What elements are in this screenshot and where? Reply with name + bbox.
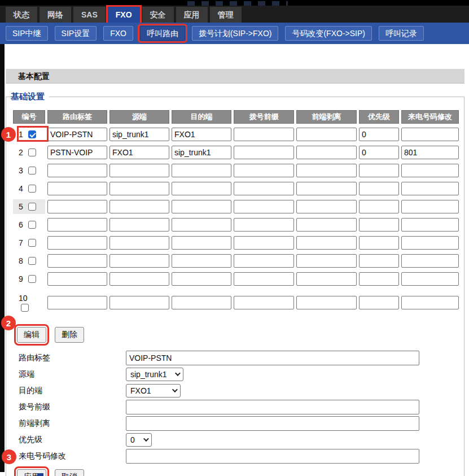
cell-input[interactable]	[296, 182, 357, 195]
source-select[interactable]: sip_trunk1	[126, 368, 183, 381]
cell-input[interactable]	[47, 146, 107, 159]
strip-front-field[interactable]	[126, 416, 419, 431]
tab-fxo[interactable]: FXO	[108, 7, 140, 23]
subtab-dial-plan[interactable]: 拨号计划(SIP->FXO)	[192, 26, 279, 41]
cell-input[interactable]	[109, 146, 169, 159]
cell-input[interactable]	[359, 272, 399, 286]
destination-select[interactable]: FXO1	[126, 384, 181, 398]
cell-input[interactable]	[296, 146, 357, 159]
tab-network[interactable]: 网络	[40, 7, 71, 23]
row-checkbox[interactable]	[28, 167, 36, 174]
cell-input[interactable]	[47, 128, 107, 141]
row-checkbox[interactable]	[28, 257, 36, 265]
cell-input[interactable]	[359, 296, 399, 309]
cell-input[interactable]	[296, 200, 357, 213]
subtab-call-records[interactable]: 呼叫记录	[379, 26, 424, 41]
cell-input[interactable]	[234, 182, 294, 195]
cell-input[interactable]	[109, 128, 169, 141]
cell-input[interactable]	[401, 128, 459, 141]
tab-status[interactable]: 状态	[6, 7, 37, 23]
row-checkbox[interactable]	[28, 221, 36, 229]
cell-input[interactable]	[359, 182, 399, 195]
cell-input[interactable]	[47, 236, 107, 250]
cell-input[interactable]	[172, 296, 231, 309]
subtab-call-routing[interactable]: 呼叫路由	[140, 26, 185, 41]
cell-input[interactable]	[401, 182, 459, 195]
cell-input[interactable]	[172, 272, 231, 286]
cell-input[interactable]	[234, 236, 294, 250]
cell-input[interactable]	[47, 272, 107, 286]
cell-input[interactable]	[109, 272, 169, 286]
cell-input[interactable]	[359, 218, 399, 232]
row-checkbox[interactable]	[28, 149, 36, 156]
cell-input[interactable]	[296, 128, 357, 141]
cell-input[interactable]	[109, 218, 169, 232]
row-checkbox[interactable]	[21, 304, 29, 312]
cell-input[interactable]	[172, 254, 231, 268]
cell-input[interactable]	[234, 146, 294, 159]
cell-input[interactable]	[234, 200, 294, 213]
cell-input[interactable]	[109, 182, 169, 195]
cell-input[interactable]	[47, 296, 107, 309]
cell-input[interactable]	[296, 236, 357, 250]
row-checkbox[interactable]	[28, 275, 36, 283]
tab-sas[interactable]: SAS	[73, 7, 106, 23]
cell-input[interactable]	[172, 236, 231, 250]
cell-input[interactable]	[401, 272, 459, 286]
cell-input[interactable]	[401, 236, 459, 250]
cell-input[interactable]	[172, 182, 231, 195]
cell-input[interactable]	[109, 296, 169, 309]
cell-input[interactable]	[109, 164, 169, 177]
cell-input[interactable]	[47, 164, 107, 177]
cell-input[interactable]	[109, 236, 169, 250]
route-label-field[interactable]	[126, 351, 419, 365]
dial-prefix-field[interactable]	[126, 400, 419, 414]
cell-input[interactable]	[172, 128, 231, 141]
subtab-fxo[interactable]: FXO	[103, 26, 133, 41]
cell-input[interactable]	[234, 218, 294, 232]
cell-input[interactable]	[401, 218, 459, 232]
cell-input[interactable]	[109, 254, 169, 268]
cell-input[interactable]	[296, 254, 357, 268]
cell-input[interactable]	[109, 200, 169, 213]
delete-button[interactable]: 删除	[55, 327, 84, 343]
cell-input[interactable]	[234, 296, 294, 309]
cell-input[interactable]	[359, 164, 399, 177]
cell-input[interactable]	[401, 146, 459, 159]
cell-input[interactable]	[47, 254, 107, 268]
cell-input[interactable]	[47, 200, 107, 213]
cell-input[interactable]	[359, 236, 399, 250]
cell-input[interactable]	[296, 272, 357, 286]
cell-input[interactable]	[359, 200, 399, 213]
cell-input[interactable]	[234, 254, 294, 268]
cell-input[interactable]	[359, 128, 399, 141]
priority-select[interactable]: 0	[126, 433, 152, 447]
cell-input[interactable]	[172, 200, 231, 213]
cell-input[interactable]	[401, 200, 459, 213]
cell-input[interactable]	[401, 296, 459, 309]
cell-input[interactable]	[296, 218, 357, 232]
cell-input[interactable]	[359, 146, 399, 159]
cell-input[interactable]	[47, 218, 107, 232]
row-checkbox[interactable]	[28, 130, 36, 138]
cell-input[interactable]	[401, 254, 459, 268]
cell-input[interactable]	[47, 182, 107, 195]
cell-input[interactable]	[234, 128, 294, 141]
row-checkbox[interactable]	[28, 185, 36, 193]
edit-button[interactable]: 编辑	[17, 327, 46, 343]
subtab-sip-settings[interactable]: SIP设置	[55, 26, 97, 41]
cell-input[interactable]	[296, 296, 357, 309]
cell-input[interactable]	[172, 164, 231, 177]
cell-input[interactable]	[172, 146, 231, 159]
subtab-number-change[interactable]: 号码改变(FXO->SIP)	[285, 26, 372, 41]
cell-input[interactable]	[296, 164, 357, 177]
cell-input[interactable]	[234, 272, 294, 286]
subtab-sip-trunk[interactable]: SIP中继	[6, 26, 48, 41]
cell-input[interactable]	[234, 164, 294, 177]
cell-input[interactable]	[359, 254, 399, 268]
cancel-button[interactable]: 取消	[55, 469, 84, 476]
tab-application[interactable]: 应用	[176, 7, 208, 23]
row-checkbox[interactable]	[28, 239, 36, 247]
tab-security[interactable]: 安全	[142, 7, 174, 23]
row-checkbox[interactable]	[28, 203, 36, 211]
